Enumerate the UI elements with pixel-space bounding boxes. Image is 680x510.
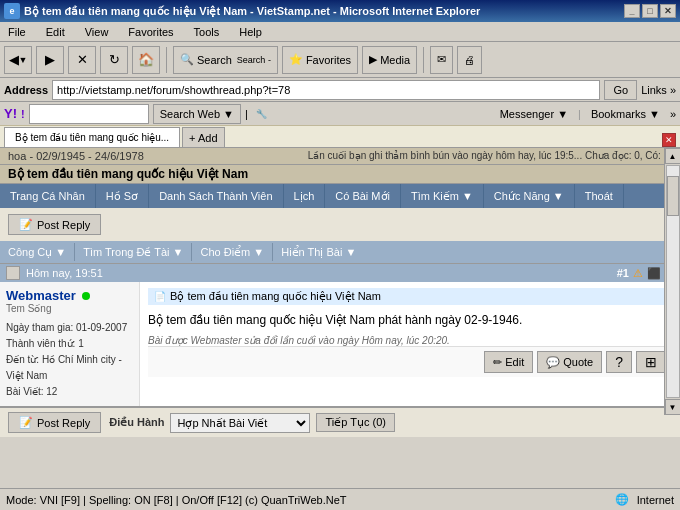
back-button[interactable]: ◀ ▼ <box>4 46 32 74</box>
stop-button[interactable]: ✕ <box>68 46 96 74</box>
author-name[interactable]: Webmaster <box>6 288 76 303</box>
scroll-thumb[interactable] <box>667 176 679 216</box>
search-icon: 🔍 <box>180 53 194 66</box>
admin-select[interactable]: Hợp Nhất Bài Viết <box>170 413 310 433</box>
maximize-btn[interactable]: □ <box>642 4 658 18</box>
yahoo-more-arrow[interactable]: » <box>670 108 676 120</box>
menu-edit[interactable]: Edit <box>42 25 69 39</box>
search-dash: Search - <box>237 55 271 65</box>
post-title-icon: 📄 <box>154 291 166 302</box>
tabs-row: Bộ tem đầu tiên mang quốc hiệu... + Add … <box>0 126 680 148</box>
yahoo-exclamation: ! <box>21 108 25 120</box>
yahoo-arrow[interactable]: | <box>245 108 248 120</box>
forward-button[interactable]: ▶ <box>36 46 64 74</box>
nav-co-bai-moi[interactable]: Có Bài Mới <box>325 184 401 208</box>
print-button[interactable]: 🖨 <box>457 46 482 74</box>
links-button[interactable]: Links » <box>641 84 676 96</box>
menu-tools[interactable]: Tools <box>190 25 224 39</box>
tab-label-0: Bộ tem đầu tiên mang quốc hiệu... <box>15 132 169 143</box>
stat-post-count: Bài Viết: 12 <box>6 384 133 400</box>
thread-tool-hien-thi[interactable]: Hiển Thị Bài ▼ <box>273 241 364 263</box>
thread-toolbar: Công Cụ ▼ Tìm Trong Đề Tài ▼ Cho Điểm ▼ … <box>0 241 680 263</box>
warning-icon: ⚠ <box>633 267 643 280</box>
quote-button[interactable]: 💬 Quote <box>537 351 602 373</box>
post-header: Hôm nay, 19:51 #1 ⚠ ⬛ ◻ <box>0 264 680 282</box>
nav-thanh-vien[interactable]: Danh Sách Thành Viên <box>149 184 283 208</box>
tiep-tuc-button[interactable]: Tiếp Tục (0) <box>316 413 394 432</box>
edit-icon: ✏ <box>493 356 502 369</box>
bookmarks-button[interactable]: Bookmarks ▼ <box>591 108 660 120</box>
post-edit-note: Bài được Webmaster sửa đổi lần cuối vào … <box>148 335 672 346</box>
yahoo-search-input[interactable] <box>29 104 149 124</box>
menu-favorites[interactable]: Favorites <box>124 25 177 39</box>
nav-lich[interactable]: Lịch <box>284 184 326 208</box>
tab-0[interactable]: Bộ tem đầu tiên mang quốc hiệu... <box>4 127 180 147</box>
address-bar: Address Go Links » <box>0 78 680 102</box>
yahoo-search-web-button[interactable]: Search Web ▼ <box>153 104 241 124</box>
title-bar: e Bộ tem đầu tiên mang quốc hiệu Việt Na… <box>0 0 680 22</box>
top-post-reply-area: 📝 Post Reply <box>0 208 680 241</box>
nav-trang-ca-nhan[interactable]: Trang Cá Nhân <box>0 184 96 208</box>
forum-breadcrumb: hoa - 02/9/1945 - 24/6/1978 Lần cuối bạn… <box>0 148 680 165</box>
vertical-scrollbar[interactable]: ▲ ▼ <box>664 148 680 415</box>
admin-section: Điều Hành Hợp Nhất Bài Viết Tiếp Tục (0) <box>109 413 672 433</box>
nav-chuc-nang[interactable]: Chức Năng ▼ <box>484 184 575 208</box>
scroll-up-arrow[interactable]: ▲ <box>665 148 681 164</box>
home-button[interactable]: 🏠 <box>132 46 160 74</box>
post-action-icon-1[interactable]: ⬛ <box>647 267 661 280</box>
breadcrumb-text: hoa - 02/9/1945 - 24/6/1978 <box>8 150 144 162</box>
bottom-post-reply-button[interactable]: 📝 Post Reply <box>8 412 101 433</box>
status-right: 🌐 Internet <box>615 493 674 506</box>
post-reply-label-top: Post Reply <box>37 219 90 231</box>
extra-icon-1[interactable]: ? <box>606 351 632 373</box>
status-bar: Mode: VNI [F9] | Spelling: ON [F8] | On/… <box>0 488 680 510</box>
nav-ho-so[interactable]: Hồ Sơ <box>96 184 149 208</box>
favorites-button[interactable]: ⭐ Favorites <box>282 46 358 74</box>
messenger-button[interactable]: Messenger ▼ <box>500 108 568 120</box>
media-button[interactable]: ▶ Media <box>362 46 417 74</box>
globe-icon: 🌐 <box>615 493 629 506</box>
post-title-text: Bộ tem đầu tiên mang quốc hiệu Việt Nam <box>170 290 381 303</box>
scroll-down-arrow[interactable]: ▼ <box>665 399 681 415</box>
post-body: Webmaster Tem Sống Ngày tham gia: 01-09-… <box>0 282 680 406</box>
thread-tool-tim-trong[interactable]: Tìm Trong Đề Tài ▼ <box>75 241 191 263</box>
address-label: Address <box>4 84 48 96</box>
minimize-btn[interactable]: _ <box>624 4 640 18</box>
add-tab-icon: + Add <box>189 132 217 144</box>
window-title: Bộ tem đầu tiên mang quốc hiệu Việt Nam … <box>24 5 480 18</box>
stat-location: Đến từ: Hồ Chí Minh city - Việt Nam <box>6 352 133 384</box>
edit-button[interactable]: ✏ Edit <box>484 351 533 373</box>
close-btn[interactable]: ✕ <box>660 4 676 18</box>
nav-thoat[interactable]: Thoát <box>575 184 624 208</box>
forum-title-row: Bộ tem đầu tiên mang quốc hiệu Việt Nam <box>0 165 680 184</box>
post-content-col: 📄 Bộ tem đầu tiên mang quốc hiệu Việt Na… <box>140 282 680 406</box>
refresh-button[interactable]: ↻ <box>100 46 128 74</box>
post-action-bar: ✏ Edit 💬 Quote ? ⊞ <box>148 346 672 377</box>
extra-icon-2[interactable]: ⊞ <box>636 351 666 373</box>
go-button[interactable]: Go <box>604 80 637 100</box>
thread-tool-cong-cu[interactable]: Công Cụ ▼ <box>0 241 74 263</box>
address-input[interactable] <box>52 80 600 100</box>
scroll-track[interactable] <box>666 165 680 398</box>
search-button[interactable]: 🔍 Search Search - <box>173 46 278 74</box>
top-post-reply-button[interactable]: 📝 Post Reply <box>8 214 101 235</box>
stat-member-number: Thành viên thứ: 1 <box>6 336 133 352</box>
post-author-col: Webmaster Tem Sống Ngày tham gia: 01-09-… <box>0 282 140 406</box>
menu-help[interactable]: Help <box>235 25 266 39</box>
tab-close-button[interactable]: ✕ <box>662 133 676 147</box>
author-title: Tem Sống <box>6 303 133 314</box>
quote-icon: 💬 <box>546 356 560 369</box>
menu-file[interactable]: File <box>4 25 30 39</box>
post-title-bar: 📄 Bộ tem đầu tiên mang quốc hiệu Việt Na… <box>148 288 672 305</box>
post-reply-icon-top: 📝 <box>19 218 33 231</box>
yahoo-logo: Y! <box>4 106 17 121</box>
nav-tim-kiem[interactable]: Tìm Kiếm ▼ <box>401 184 484 208</box>
post-header-square <box>6 266 20 280</box>
header-extra-text: Lần cuối bạn ghi thảm bình bún vào ngày … <box>308 150 672 161</box>
thread-tool-cho-diem[interactable]: Cho Điểm ▼ <box>192 241 272 263</box>
menu-view[interactable]: View <box>81 25 113 39</box>
forum-title: Bộ tem đầu tiên mang quốc hiệu Việt Nam <box>8 167 248 181</box>
post-reply-icon-bottom: 📝 <box>19 416 33 429</box>
mail-button[interactable]: ✉ <box>430 46 453 74</box>
tab-add-button[interactable]: + Add <box>182 127 224 147</box>
